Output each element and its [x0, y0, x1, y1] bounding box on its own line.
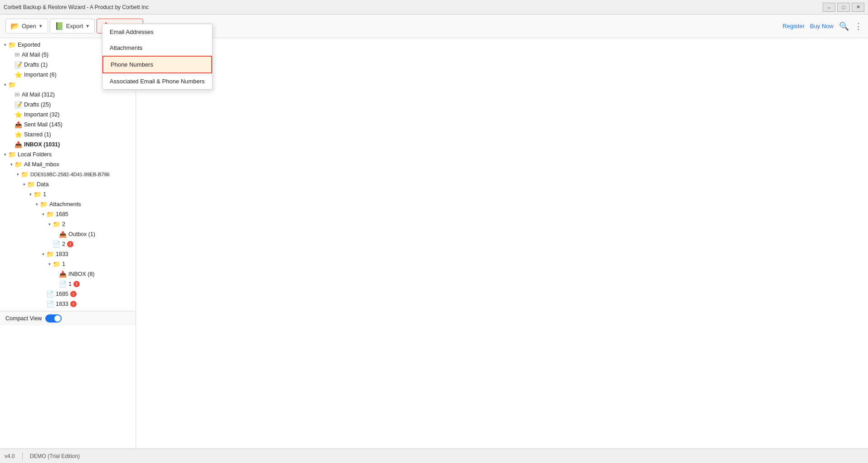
outbox-icon: 📤: [59, 231, 67, 238]
folder-icon-local: 📁: [8, 151, 16, 158]
export-dropdown-arrow: ▼: [85, 24, 90, 29]
folder-icon-1685: 📁: [46, 211, 54, 218]
tree-item-attachments[interactable]: ▾ 📁 Attachments: [0, 199, 136, 209]
folder-icon-2: 📁: [53, 221, 60, 228]
folder-icon-mbox: 📁: [15, 161, 22, 168]
tree-item-sent-mail[interactable]: 📤 Sent Mail (145): [0, 120, 136, 130]
label-1: 1: [43, 191, 46, 198]
export-icon: 📗: [55, 22, 64, 30]
extract-dropdown-menu: Email Addresses Attachments Phone Number…: [102, 24, 213, 90]
folder-icon-exported: 📁: [8, 41, 16, 48]
compact-view-bar: Compact View: [0, 311, 136, 325]
tree-item-drafts-25[interactable]: 📝 Drafts (25): [0, 100, 136, 110]
export-label: Export: [66, 23, 83, 29]
maximize-button[interactable]: □: [837, 3, 850, 12]
tree-item-1-error[interactable]: 📄 1 !: [0, 279, 136, 289]
dropdown-item-phone-numbers[interactable]: Phone Numbers: [102, 56, 212, 73]
arrow-all-mail-mbox: ▾: [8, 162, 15, 167]
status-bar-divider: [22, 453, 23, 460]
title-bar-text: Corbett Backup & Restore Wizard - A Prod…: [4, 4, 823, 10]
open-dropdown-arrow: ▼: [39, 24, 43, 29]
important-icon-32: ⭐: [15, 111, 22, 118]
tree-item-2[interactable]: ▾ 📁 2: [0, 219, 136, 229]
more-options-button[interactable]: ⋮: [854, 21, 863, 31]
phone-numbers-label: Phone Numbers: [111, 61, 153, 68]
minimize-button[interactable]: –: [823, 3, 835, 12]
folder-icon-1-sub: 📁: [53, 260, 60, 268]
compact-view-label: Compact View: [5, 315, 42, 322]
error-badge-1833: !: [70, 301, 77, 307]
folder-icon-dde: 📁: [21, 171, 29, 178]
compact-view-toggle[interactable]: [45, 314, 62, 323]
folder-icon-data: 📁: [27, 181, 35, 188]
tree-item-1-sub[interactable]: ▾ 📁 1: [0, 259, 136, 269]
arrow-2: ▾: [46, 222, 53, 227]
email-addresses-label: Email Addresses: [110, 29, 154, 35]
label-2: 2: [62, 221, 65, 227]
tree-item-inbox-1031[interactable]: 📥 INBOX (1031): [0, 140, 136, 150]
label-local-folders: Local Folders: [18, 151, 52, 158]
arrow-attachments: ▾: [34, 202, 40, 207]
sidebar[interactable]: ▾ 📁 Exported ✉ All Mail (5) 📝 Drafts (1)…: [0, 38, 136, 449]
dropdown-item-email-addresses[interactable]: Email Addresses: [102, 24, 212, 40]
folder-icon-unnamed: 📁: [8, 81, 16, 88]
draft-icon-25: 📝: [15, 101, 22, 108]
tree-item-inbox-8[interactable]: 📥 INBOX (8): [0, 269, 136, 279]
status-edition: DEMO (Trial Edition): [30, 453, 80, 459]
arrow-dde: ▾: [15, 172, 21, 177]
label-1833-error: 1833: [56, 301, 68, 307]
arrow-data: ▾: [21, 182, 27, 187]
export-button[interactable]: 📗 Export ▼: [50, 19, 95, 34]
status-bar: v4.0 DEMO (Trial Edition): [0, 449, 868, 463]
tree-item-local-folders[interactable]: ▾ 📁 Local Folders: [0, 150, 136, 159]
error-badge-2: !: [67, 241, 73, 247]
register-link[interactable]: Register: [783, 23, 805, 29]
label-exported: Exported: [18, 42, 40, 48]
mail-icon-312: ✉: [15, 91, 20, 98]
tree-item-starred[interactable]: ⭐ Starred (1): [0, 130, 136, 140]
arrow-unnamed: ▾: [2, 82, 8, 87]
folder-icon-attachments: 📁: [40, 201, 48, 208]
folder-icon: 📂: [10, 22, 19, 30]
error-badge-1685: !: [70, 291, 77, 297]
label-drafts-1: Drafts (1): [24, 62, 48, 68]
tree-item-data[interactable]: ▾ 📁 Data: [0, 179, 136, 189]
tree-item-important-32[interactable]: ⭐ Important (32): [0, 110, 136, 120]
tree-item-all-mail-312[interactable]: ✉ All Mail (312): [0, 90, 136, 100]
tree-item-1685[interactable]: ▾ 📁 1685: [0, 209, 136, 219]
close-button[interactable]: ✕: [852, 3, 864, 12]
tree-item-1833[interactable]: ▾ 📁 1833: [0, 249, 136, 259]
file-error-icon-1833: 📄: [46, 300, 54, 308]
label-inbox-8: INBOX (8): [68, 271, 95, 277]
tree-item-1[interactable]: ▾ 📁 1: [0, 189, 136, 199]
inbox-icon-1031: 📥: [15, 141, 22, 148]
error-badge-1: !: [73, 281, 80, 287]
starred-icon: ⭐: [15, 131, 22, 138]
tree-item-all-mail-mbox[interactable]: ▾ 📁 All Mail_mbox: [0, 159, 136, 169]
label-dde: DDE918BC-2582-4D41-99EB-B786: [30, 172, 110, 177]
open-button[interactable]: 📂 Open ▼: [5, 19, 48, 34]
search-icon-button[interactable]: 🔍: [839, 21, 849, 31]
content-area: [136, 38, 868, 449]
label-sent-mail: Sent Mail (145): [24, 121, 63, 128]
tree-item-outbox[interactable]: 📤 Outbox (1): [0, 229, 136, 239]
label-1-sub: 1: [62, 261, 65, 267]
dropdown-item-attachments[interactable]: Attachments: [102, 40, 212, 56]
dropdown-item-associated-email-phone[interactable]: Associated Email & Phone Numbers: [102, 73, 212, 89]
status-version: v4.0: [5, 453, 15, 459]
tree-item-2-error[interactable]: 📄 2 !: [0, 239, 136, 249]
arrow-local-folders: ▾: [2, 152, 8, 157]
file-error-icon-2: 📄: [53, 241, 60, 248]
tree-item-dde[interactable]: ▾ 📁 DDE918BC-2582-4D41-99EB-B786: [0, 169, 136, 179]
attachments-label: Attachments: [110, 44, 142, 51]
label-outbox: Outbox (1): [68, 231, 95, 237]
main-layout: ▾ 📁 Exported ✉ All Mail (5) 📝 Drafts (1)…: [0, 38, 868, 449]
label-data: Data: [37, 181, 48, 188]
folder-icon-1833: 📁: [46, 251, 54, 258]
tree-item-1685-error[interactable]: 📄 1685 !: [0, 289, 136, 299]
label-inbox-1031: INBOX (1031): [24, 141, 60, 148]
buy-now-link[interactable]: Buy Now: [810, 23, 834, 29]
toolbar-right: Register Buy Now 🔍 ⋮: [783, 21, 863, 31]
tree-item-1833-error[interactable]: 📄 1833 !: [0, 299, 136, 309]
file-error-icon-1685: 📄: [46, 290, 54, 298]
